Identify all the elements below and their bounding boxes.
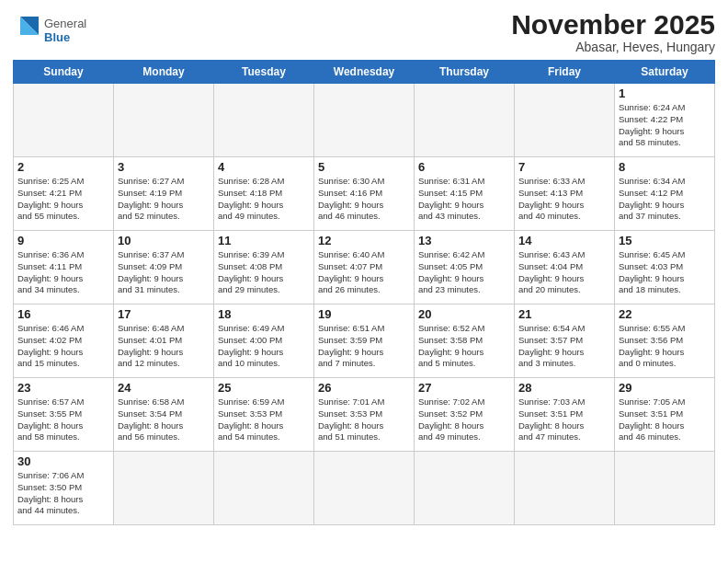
day-info: Sunrise: 6:51 AM Sunset: 3:59 PM Dayligh…	[318, 323, 410, 370]
day-info: Sunrise: 6:30 AM Sunset: 4:16 PM Dayligh…	[318, 176, 410, 223]
day-info: Sunrise: 6:28 AM Sunset: 4:18 PM Dayligh…	[218, 176, 310, 223]
day-info: Sunrise: 7:06 AM Sunset: 3:50 PM Dayligh…	[17, 470, 109, 517]
calendar-cell: 22Sunrise: 6:55 AM Sunset: 3:56 PM Dayli…	[615, 304, 715, 378]
logo-text: General Blue	[13, 9, 114, 53]
calendar-cell: 7Sunrise: 6:33 AM Sunset: 4:13 PM Daylig…	[515, 157, 615, 231]
day-info: Sunrise: 6:58 AM Sunset: 3:54 PM Dayligh…	[118, 396, 210, 443]
day-number: 28	[518, 381, 610, 395]
calendar-cell	[515, 84, 615, 157]
day-info: Sunrise: 6:54 AM Sunset: 3:57 PM Dayligh…	[518, 323, 610, 370]
day-info: Sunrise: 6:27 AM Sunset: 4:19 PM Dayligh…	[118, 176, 210, 223]
day-number: 20	[418, 307, 510, 321]
day-number: 12	[318, 234, 410, 247]
calendar-cell	[214, 84, 314, 157]
day-number: 8	[619, 160, 711, 174]
day-number: 10	[118, 234, 210, 247]
day-info: Sunrise: 7:05 AM Sunset: 3:51 PM Dayligh…	[619, 396, 711, 443]
calendar-table: Sunday Monday Tuesday Wednesday Thursday…	[13, 60, 715, 525]
header-saturday: Saturday	[615, 61, 715, 84]
day-info: Sunrise: 6:57 AM Sunset: 3:55 PM Dayligh…	[17, 396, 109, 443]
calendar-cell: 17Sunrise: 6:48 AM Sunset: 4:01 PM Dayli…	[114, 304, 214, 378]
calendar-cell	[114, 452, 214, 525]
calendar-cell: 26Sunrise: 7:01 AM Sunset: 3:53 PM Dayli…	[314, 378, 415, 452]
calendar-cell: 8Sunrise: 6:34 AM Sunset: 4:12 PM Daylig…	[615, 157, 715, 231]
calendar-cell	[214, 452, 314, 525]
calendar-cell: 27Sunrise: 7:02 AM Sunset: 3:52 PM Dayli…	[415, 378, 515, 452]
page: General Blue November 2025 Abasar, Heves…	[0, 0, 728, 563]
calendar-cell: 21Sunrise: 6:54 AM Sunset: 3:57 PM Dayli…	[515, 304, 615, 378]
logo: General Blue	[13, 9, 114, 53]
calendar-cell	[615, 452, 715, 525]
day-info: Sunrise: 6:25 AM Sunset: 4:21 PM Dayligh…	[17, 176, 109, 223]
day-info: Sunrise: 6:31 AM Sunset: 4:15 PM Dayligh…	[418, 176, 510, 223]
calendar-cell: 30Sunrise: 7:06 AM Sunset: 3:50 PM Dayli…	[14, 452, 114, 525]
calendar-cell: 15Sunrise: 6:45 AM Sunset: 4:03 PM Dayli…	[615, 231, 715, 304]
day-number: 1	[619, 86, 711, 100]
calendar-cell: 20Sunrise: 6:52 AM Sunset: 3:58 PM Dayli…	[415, 304, 515, 378]
calendar-cell	[415, 84, 515, 157]
header-friday: Friday	[515, 61, 615, 84]
calendar-cell: 14Sunrise: 6:43 AM Sunset: 4:04 PM Dayli…	[515, 231, 615, 304]
day-number: 30	[17, 454, 109, 468]
calendar-row: 23Sunrise: 6:57 AM Sunset: 3:55 PM Dayli…	[14, 378, 715, 452]
day-info: Sunrise: 6:40 AM Sunset: 4:07 PM Dayligh…	[318, 249, 410, 296]
day-number: 19	[318, 307, 410, 321]
day-number: 5	[318, 160, 410, 174]
calendar-cell	[14, 84, 114, 157]
calendar-cell: 4Sunrise: 6:28 AM Sunset: 4:18 PM Daylig…	[214, 157, 314, 231]
day-number: 16	[17, 307, 109, 321]
day-number: 25	[218, 381, 310, 395]
day-number: 24	[118, 381, 210, 395]
calendar-row: 16Sunrise: 6:46 AM Sunset: 4:02 PM Dayli…	[14, 304, 715, 378]
day-info: Sunrise: 7:03 AM Sunset: 3:51 PM Dayligh…	[518, 396, 610, 443]
day-info: Sunrise: 6:46 AM Sunset: 4:02 PM Dayligh…	[17, 323, 109, 370]
day-number: 4	[218, 160, 310, 174]
day-number: 21	[518, 307, 610, 321]
day-number: 6	[418, 160, 510, 174]
day-info: Sunrise: 6:43 AM Sunset: 4:04 PM Dayligh…	[518, 249, 610, 296]
day-number: 22	[619, 307, 711, 321]
calendar-cell	[515, 452, 615, 525]
day-info: Sunrise: 6:59 AM Sunset: 3:53 PM Dayligh…	[218, 396, 310, 443]
day-info: Sunrise: 6:42 AM Sunset: 4:05 PM Dayligh…	[418, 249, 510, 296]
day-info: Sunrise: 6:34 AM Sunset: 4:12 PM Dayligh…	[619, 176, 711, 223]
header-sunday: Sunday	[14, 61, 114, 84]
day-number: 15	[619, 234, 711, 247]
day-info: Sunrise: 6:33 AM Sunset: 4:13 PM Dayligh…	[518, 176, 610, 223]
calendar-cell: 10Sunrise: 6:37 AM Sunset: 4:09 PM Dayli…	[114, 231, 214, 304]
calendar-cell: 19Sunrise: 6:51 AM Sunset: 3:59 PM Dayli…	[314, 304, 415, 378]
day-info: Sunrise: 7:02 AM Sunset: 3:52 PM Dayligh…	[418, 396, 510, 443]
svg-text:Blue: Blue	[44, 30, 70, 44]
calendar-cell: 3Sunrise: 6:27 AM Sunset: 4:19 PM Daylig…	[114, 157, 214, 231]
day-info: Sunrise: 6:37 AM Sunset: 4:09 PM Dayligh…	[118, 249, 210, 296]
calendar-row: 9Sunrise: 6:36 AM Sunset: 4:11 PM Daylig…	[14, 231, 715, 304]
day-info: Sunrise: 6:36 AM Sunset: 4:11 PM Dayligh…	[17, 249, 109, 296]
calendar-cell	[314, 452, 415, 525]
calendar-cell: 29Sunrise: 7:05 AM Sunset: 3:51 PM Dayli…	[615, 378, 715, 452]
weekday-header-row: Sunday Monday Tuesday Wednesday Thursday…	[14, 61, 715, 84]
title-block: November 2025 Abasar, Heves, Hungary	[511, 9, 715, 54]
calendar-cell	[114, 84, 214, 157]
calendar-cell: 9Sunrise: 6:36 AM Sunset: 4:11 PM Daylig…	[14, 231, 114, 304]
day-info: Sunrise: 7:01 AM Sunset: 3:53 PM Dayligh…	[318, 396, 410, 443]
header-thursday: Thursday	[415, 61, 515, 84]
calendar-cell: 28Sunrise: 7:03 AM Sunset: 3:51 PM Dayli…	[515, 378, 615, 452]
calendar-cell: 1Sunrise: 6:24 AM Sunset: 4:22 PM Daylig…	[615, 84, 715, 157]
day-info: Sunrise: 6:55 AM Sunset: 3:56 PM Dayligh…	[619, 323, 711, 370]
header-monday: Monday	[114, 61, 214, 84]
day-info: Sunrise: 6:39 AM Sunset: 4:08 PM Dayligh…	[218, 249, 310, 296]
day-number: 3	[118, 160, 210, 174]
calendar-cell: 6Sunrise: 6:31 AM Sunset: 4:15 PM Daylig…	[415, 157, 515, 231]
header-wednesday: Wednesday	[314, 61, 415, 84]
day-info: Sunrise: 6:49 AM Sunset: 4:00 PM Dayligh…	[218, 323, 310, 370]
calendar-row: 1Sunrise: 6:24 AM Sunset: 4:22 PM Daylig…	[14, 84, 715, 157]
calendar-cell: 2Sunrise: 6:25 AM Sunset: 4:21 PM Daylig…	[14, 157, 114, 231]
day-number: 13	[418, 234, 510, 247]
calendar-cell: 25Sunrise: 6:59 AM Sunset: 3:53 PM Dayli…	[214, 378, 314, 452]
day-number: 27	[418, 381, 510, 395]
calendar-cell	[415, 452, 515, 525]
day-number: 17	[118, 307, 210, 321]
calendar-title: November 2025	[511, 9, 715, 40]
day-number: 18	[218, 307, 310, 321]
header-tuesday: Tuesday	[214, 61, 314, 84]
